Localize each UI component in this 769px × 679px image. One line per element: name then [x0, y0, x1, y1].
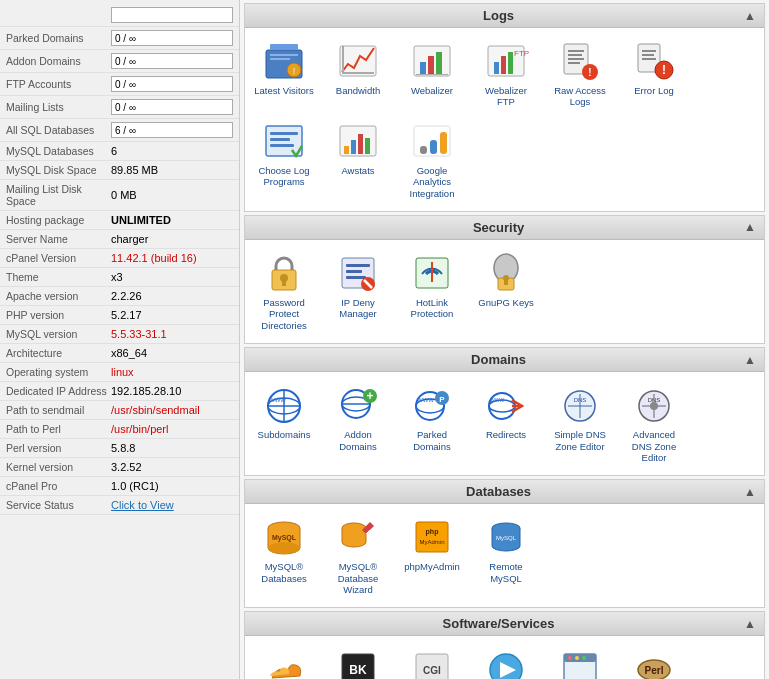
sidebar-label: MySQL version: [6, 328, 111, 340]
icon-item-simple-dns[interactable]: DNSSimple DNS Zone Editor: [545, 380, 615, 467]
svg-rect-20: [568, 50, 584, 52]
icon-item-parked-domains[interactable]: WWWPParked Domains: [397, 380, 467, 467]
cloudflare-icon: [263, 648, 305, 679]
icon-item-subdomains[interactable]: WWWSubdomains: [249, 380, 319, 467]
sidebar-label: Service Status: [6, 499, 111, 511]
icon-label-mysql-wizard: MySQL® Database Wizard: [327, 561, 389, 595]
icon-item-latest-visitors[interactable]: !Latest Visitors: [249, 36, 319, 112]
svg-rect-42: [440, 132, 447, 154]
icon-item-google-analytics[interactable]: Google Analytics Integration: [397, 116, 467, 203]
section-toggle-logs[interactable]: ▲: [744, 9, 756, 23]
icon-item-ip-deny[interactable]: IP Deny Manager: [323, 248, 393, 335]
icon-item-addon-domains[interactable]: +Addon Domains: [323, 380, 393, 467]
sidebar-row: Service StatusClick to View: [0, 496, 239, 515]
webalizer-ftp-icon: FTP: [485, 40, 527, 82]
sidebar-value: /usr/sbin/sendmail: [111, 404, 233, 416]
section-body-databases: MySQLMySQL® DatabasesMySQL® Database Wiz…: [245, 504, 764, 607]
perl-icon: Perl: [633, 648, 675, 679]
svg-point-87: [650, 402, 658, 410]
sidebar-row: Apache version2.2.26: [0, 287, 239, 306]
sidebar-bar-input[interactable]: [111, 76, 233, 92]
sidebar-value: 89.85 MB: [111, 164, 233, 176]
sidebar-value: 1.0 (RC1): [111, 480, 233, 492]
top-input[interactable]: [111, 7, 233, 23]
section-toggle-domains[interactable]: ▲: [744, 353, 756, 367]
icon-item-basekit[interactable]: BKBaseKit: [323, 644, 393, 679]
icon-label-webalizer: Webalizer: [411, 85, 453, 96]
icon-item-advanced-dns[interactable]: DNSAdvanced DNS Zone Editor: [619, 380, 689, 467]
cgi-icon: CGI: [411, 648, 453, 679]
svg-rect-93: [416, 522, 448, 552]
icon-item-choose-log[interactable]: Choose Log Programs: [249, 116, 319, 203]
icon-item-error-log[interactable]: !Error Log: [619, 36, 689, 112]
sidebar-bar-input[interactable]: [111, 53, 233, 69]
error-log-icon: !: [633, 40, 675, 82]
sidebar-link[interactable]: Click to View: [111, 499, 174, 511]
icon-item-site[interactable]: Site: [545, 644, 615, 679]
section-toggle-software[interactable]: ▲: [744, 617, 756, 631]
section-header-logs[interactable]: Logs▲: [245, 4, 764, 28]
sidebar-bar-input[interactable]: [111, 30, 233, 46]
sidebar-label: MySQL Disk Space: [6, 164, 111, 176]
icon-item-cloudflare[interactable]: CloudFlare: [249, 644, 319, 679]
remote-mysql-icon: MySQL: [485, 516, 527, 558]
icon-item-bandwidth[interactable]: Bandwidth: [323, 36, 393, 112]
icon-item-cgi[interactable]: CGICGI: [397, 644, 467, 679]
icon-item-webalizer-ftp[interactable]: FTPWebalizer FTP: [471, 36, 541, 112]
icon-label-awstats: Awstats: [341, 165, 374, 176]
icon-label-gnupg: GnuPG Keys: [478, 297, 533, 308]
icon-label-parked-domains: Parked Domains: [401, 429, 463, 452]
icon-item-webalizer[interactable]: Webalizer: [397, 36, 467, 112]
section-toggle-databases[interactable]: ▲: [744, 485, 756, 499]
sidebar-label: Addon Domains: [6, 55, 111, 67]
section-toggle-security[interactable]: ▲: [744, 220, 756, 234]
sidebar-label: Path to Perl: [6, 423, 111, 435]
section-header-domains[interactable]: Domains▲: [245, 348, 764, 372]
sidebar-row: Addon Domains: [0, 50, 239, 73]
icon-item-mysql-wizard[interactable]: MySQL® Database Wizard: [323, 512, 393, 599]
svg-rect-44: [420, 146, 427, 154]
icon-label-raw-access: Raw Access Logs: [549, 85, 611, 108]
sidebar-row: Kernel version3.2.52: [0, 458, 239, 477]
svg-rect-38: [351, 140, 356, 154]
main-content: Logs▲!Latest VisitorsBandwidthWebalizerF…: [240, 0, 769, 679]
section-title-databases: Databases: [253, 484, 744, 499]
section-header-databases[interactable]: Databases▲: [245, 480, 764, 504]
icon-item-remote-mysql[interactable]: MySQLRemote MySQL: [471, 512, 541, 599]
icon-item-awstats[interactable]: Awstats: [323, 116, 393, 203]
sidebar-label: Parked Domains: [6, 32, 111, 44]
sidebar-bar-input[interactable]: [111, 122, 233, 138]
sidebar-label: MySQL Databases: [6, 145, 111, 157]
icon-label-simple-dns: Simple DNS Zone Editor: [549, 429, 611, 452]
bandwidth-icon: [337, 40, 379, 82]
sidebar-value: /usr/bin/perl: [111, 423, 233, 435]
icon-item-gnupg[interactable]: GnuPG Keys: [471, 248, 541, 335]
svg-rect-2: [270, 54, 298, 56]
svg-point-108: [582, 656, 586, 660]
icon-item-raw-access[interactable]: !Raw Access Logs: [545, 36, 615, 112]
svg-text:!: !: [293, 66, 296, 76]
icon-item-redirects[interactable]: WWWRedirects: [471, 380, 541, 467]
icon-item-phpmyadmin[interactable]: phpMyAdminphpMyAdmin: [397, 512, 467, 599]
section-header-software[interactable]: Software/Services▲: [245, 612, 764, 636]
icon-item-hotlink[interactable]: HotLink Protection: [397, 248, 467, 335]
icon-item-quickinstall[interactable]: QuickInstall: [471, 644, 541, 679]
sidebar-value: linux: [111, 366, 233, 378]
icon-label-hotlink: HotLink Protection: [401, 297, 463, 320]
sidebar-bar-input[interactable]: [111, 99, 233, 115]
svg-rect-16: [501, 56, 506, 74]
sidebar-row: Operating systemlinux: [0, 363, 239, 382]
svg-text:WWW: WWW: [269, 397, 286, 403]
sidebar-value: 5.8.8: [111, 442, 233, 454]
section-header-security[interactable]: Security▲: [245, 216, 764, 240]
section-security: Security▲Password Protect DirectoriesIP …: [244, 215, 765, 344]
icon-item-mysql-databases[interactable]: MySQLMySQL® Databases: [249, 512, 319, 599]
sidebar-value: 0 MB: [111, 189, 233, 201]
icon-item-perl[interactable]: PerlPerl: [619, 644, 689, 679]
icon-label-webalizer-ftp: Webalizer FTP: [475, 85, 537, 108]
parked-domains-icon: WWWP: [411, 384, 453, 426]
sidebar-value: 3.2.52: [111, 461, 233, 473]
icon-item-password-protect[interactable]: Password Protect Directories: [249, 248, 319, 335]
sidebar-label: Mailing Lists: [6, 101, 111, 113]
sidebar-value: 2.2.26: [111, 290, 233, 302]
